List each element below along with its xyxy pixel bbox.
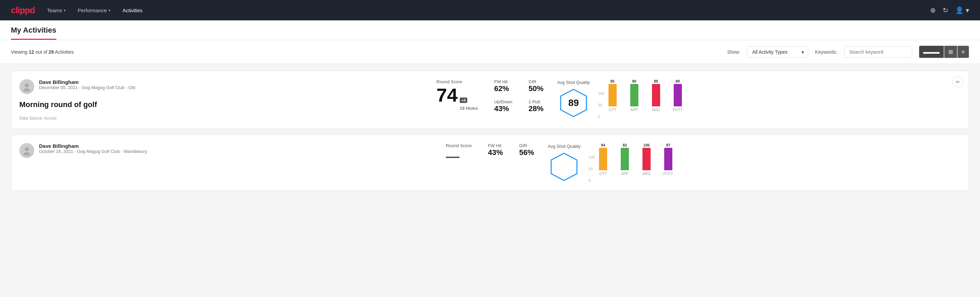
keywords-label: Keywords: — [815, 49, 837, 55]
nav-teams-label: Teams — [47, 8, 62, 13]
bar-column: 90APP — [627, 79, 641, 112]
avatar — [19, 143, 34, 158]
hexagon-wrapper: 89 — [557, 88, 590, 118]
page-title: My Activities — [11, 26, 56, 40]
card-stats: Round Score 74 +4 18 Holes FW Hit 62% Up… — [436, 79, 543, 113]
chart-y-axis: 100 50 0 — [589, 155, 595, 182]
activities-list: ✏ Dave Billingham December 05, 2021 - Go… — [0, 64, 980, 198]
hexagon-wrapper — [548, 152, 581, 182]
bar-fill — [674, 84, 682, 106]
card-left: Dave Billingham October 16, 2021 - Gog M… — [19, 143, 432, 158]
bar-column: 89PUTT — [671, 79, 684, 112]
activity-type-select[interactable]: All Activity Types — [747, 46, 808, 58]
page-header: My Activities — [0, 21, 980, 40]
bar-container: 89 — [649, 79, 663, 106]
bar-value: 82 — [623, 143, 627, 147]
card-left: Dave Billingham December 05, 2021 - Gog … — [19, 79, 423, 121]
fw-hit-stat: FW Hit 43% — [488, 143, 503, 157]
bar-x-label: APP — [621, 172, 628, 176]
holes-text: 18 Holes — [460, 106, 478, 110]
fw-hit-label: FW Hit — [488, 143, 503, 148]
gir-value: 56% — [519, 148, 534, 157]
round-score-value: 74 +4 18 Holes — [436, 86, 478, 110]
bar-value: 89 — [654, 79, 658, 83]
bar-container: 106 — [640, 143, 653, 170]
bar-value: 90 — [632, 79, 636, 83]
bar-column: 87PUTT — [662, 143, 675, 176]
activity-card: Dave Billingham October 16, 2021 - Gog M… — [11, 134, 969, 191]
activity-type-select-wrapper[interactable]: All Activity Types — [747, 46, 808, 58]
card-stats: Round Score — FW Hit 43% GIR 56% — [446, 143, 534, 163]
gir-stat: GIR 56% — [519, 143, 534, 157]
nav-left: clippd Teams ▾ Performance ▾ Activities — [11, 5, 143, 16]
gir-putt-stats: GIR 50% 1 Putt 28% — [529, 79, 544, 113]
quality-section: Avg Shot Quality 89 100 50 0 85OTT90A — [557, 79, 961, 118]
fw-gir-stats: FW Hit 43% — [488, 143, 503, 157]
gir-stats: GIR 56% — [519, 143, 534, 157]
bar-chart-wrapper: 100 50 0 94OTT82APP106ARG87PUTT — [589, 143, 675, 182]
toolbar: Viewing 12 out of 29 Activities Show: Al… — [0, 40, 980, 64]
bar-fill — [652, 84, 660, 106]
view-toggle-buttons: ▬▬▬ ⊞ ≡ — [919, 46, 969, 58]
svg-point-3 — [25, 147, 29, 151]
bar-chart-wrapper: 100 50 0 85OTT90APP89ARG89PUTT — [598, 79, 684, 118]
list-icon: ▬▬▬ — [923, 49, 940, 55]
bar-column: 94OTT — [596, 143, 610, 176]
bar-fill — [664, 148, 672, 170]
nav-right: ⊕ ↻ 👤 ▾ — [930, 6, 969, 14]
refresh-icon[interactable]: ↻ — [943, 6, 948, 14]
one-putt-stat: 1 Putt 28% — [529, 99, 544, 113]
score-badge: +4 — [460, 97, 468, 103]
bar-fill — [643, 148, 651, 170]
bar-column: 106ARG — [640, 143, 653, 176]
svg-marker-5 — [551, 153, 577, 180]
bar-x-label: OTT — [599, 172, 607, 176]
bar-fill — [599, 148, 607, 170]
bar-chart: 85OTT90APP89ARG89PUTT — [606, 79, 684, 118]
compact-icon: ≡ — [962, 49, 965, 55]
avatar — [19, 79, 34, 94]
round-score-label: Round Score — [446, 143, 472, 148]
bar-container: 85 — [606, 79, 619, 106]
nav-activities[interactable]: Activities — [123, 8, 143, 13]
logo[interactable]: clippd — [11, 5, 35, 16]
bar-value: 94 — [601, 143, 605, 147]
fw-hit-stat: FW Hit 62% — [494, 79, 512, 93]
show-label: Show: — [727, 49, 740, 55]
card-header: Dave Billingham October 16, 2021 - Gog M… — [19, 143, 432, 158]
hexagon-display: 89 — [558, 88, 589, 118]
data-source: Data Source: Arccos — [19, 116, 423, 121]
svg-point-4 — [24, 152, 30, 155]
navigation: clippd Teams ▾ Performance ▾ Activities … — [0, 0, 980, 21]
gir-label: GIR — [529, 79, 544, 84]
fw-hit-value: 62% — [494, 84, 512, 93]
fw-hit-value: 43% — [488, 148, 503, 157]
avg-shot-quality-label: Avg Shot Quality — [548, 144, 581, 149]
edit-button[interactable]: ✏ — [953, 77, 963, 87]
round-score-group: Round Score 74 +4 18 Holes — [436, 79, 478, 110]
view-list-button[interactable]: ▬▬▬ — [919, 46, 944, 58]
add-icon[interactable]: ⊕ — [930, 6, 936, 14]
bar-x-label: ARG — [652, 108, 660, 112]
bar-x-label: OTT — [609, 108, 616, 112]
bar-container: 90 — [627, 79, 641, 106]
bar-x-label: APP — [631, 108, 638, 112]
bar-container: 82 — [618, 143, 632, 170]
avg-shot-quality-label: Avg Shot Quality — [557, 80, 590, 85]
quality-section: Avg Shot Quality 100 50 0 94OTT82APP — [548, 143, 961, 182]
gir-stat: GIR 50% — [529, 79, 544, 93]
one-putt-value: 28% — [529, 104, 544, 113]
bar-x-label: PUTT — [663, 172, 673, 176]
keyword-search-input[interactable] — [844, 46, 912, 58]
nav-performance[interactable]: Performance ▾ — [78, 8, 110, 13]
view-compact-button[interactable]: ≡ — [957, 46, 969, 58]
activity-date: December 05, 2021 - Gog Magog Golf Club … — [39, 85, 135, 90]
card-header: Dave Billingham December 05, 2021 - Gog … — [19, 79, 423, 94]
viewing-count-text: Viewing 12 out of 29 Activities — [11, 49, 720, 55]
view-grid-button[interactable]: ⊞ — [944, 46, 957, 58]
user-avatar-icon[interactable]: 👤 ▾ — [955, 6, 969, 14]
nav-teams[interactable]: Teams ▾ — [47, 8, 65, 13]
user-name: Dave Billingham — [39, 79, 135, 85]
bar-fill — [609, 84, 617, 106]
bar-fill — [630, 84, 638, 106]
